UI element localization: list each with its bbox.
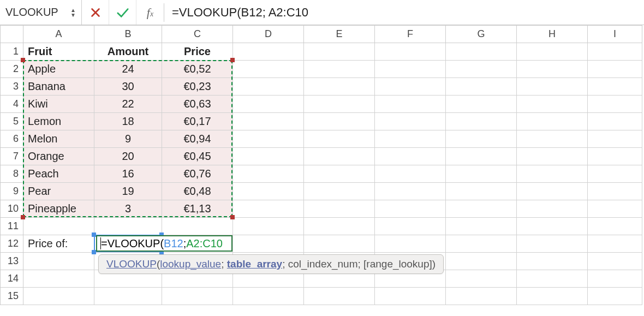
cell[interactable]: [233, 218, 304, 235]
name-box[interactable]: VLOOKUP ▲▼: [0, 0, 82, 25]
tooltip-arg-table-array[interactable]: table_array: [227, 258, 282, 270]
cancel-button[interactable]: [82, 0, 109, 25]
cell[interactable]: [233, 78, 304, 96]
row-head[interactable]: 5: [1, 113, 23, 130]
cell[interactable]: [304, 43, 375, 61]
cell[interactable]: 3: [94, 200, 162, 218]
cell[interactable]: [517, 113, 588, 130]
cell[interactable]: Pineapple: [23, 200, 94, 218]
cell[interactable]: [446, 165, 517, 183]
cell[interactable]: [588, 130, 642, 148]
cell[interactable]: [446, 235, 517, 253]
cell[interactable]: [588, 218, 642, 235]
cell[interactable]: [588, 61, 642, 78]
cell[interactable]: [588, 43, 642, 61]
cell[interactable]: [517, 288, 588, 305]
cell[interactable]: €0,45: [162, 148, 233, 165]
cell[interactable]: [304, 218, 375, 235]
cell[interactable]: [233, 200, 304, 218]
col-head-H[interactable]: H: [517, 26, 588, 43]
cell[interactable]: [233, 96, 304, 113]
cell[interactable]: [304, 165, 375, 183]
cell[interactable]: [588, 183, 642, 200]
cell[interactable]: [375, 165, 446, 183]
cell[interactable]: [588, 165, 642, 183]
cell[interactable]: [375, 200, 446, 218]
col-head-B[interactable]: B: [94, 26, 162, 43]
cell[interactable]: €0,52: [162, 61, 233, 78]
editing-cell[interactable]: =VLOOKUP( B12 ; A2:C10: [96, 235, 232, 252]
cell[interactable]: [375, 235, 446, 253]
row-head[interactable]: 2: [1, 61, 23, 78]
cell[interactable]: [588, 96, 642, 113]
cell[interactable]: [304, 96, 375, 113]
cell[interactable]: [446, 200, 517, 218]
cell[interactable]: [94, 218, 162, 235]
cell[interactable]: 20: [94, 148, 162, 165]
cell[interactable]: [162, 218, 233, 235]
cell[interactable]: [233, 183, 304, 200]
cell[interactable]: [588, 113, 642, 130]
cell[interactable]: [304, 235, 375, 253]
cell[interactable]: [446, 218, 517, 235]
cell[interactable]: [588, 270, 642, 288]
cell[interactable]: [517, 183, 588, 200]
cell[interactable]: [517, 200, 588, 218]
cell[interactable]: Apple: [23, 61, 94, 78]
cell[interactable]: [375, 61, 446, 78]
cell[interactable]: [446, 78, 517, 96]
cell[interactable]: [304, 130, 375, 148]
row-head[interactable]: 9: [1, 183, 23, 200]
col-head-C[interactable]: C: [162, 26, 233, 43]
cell[interactable]: 9: [94, 130, 162, 148]
cell[interactable]: Price of:: [23, 235, 94, 253]
row-head[interactable]: 8: [1, 165, 23, 183]
cell[interactable]: Fruit: [23, 43, 94, 61]
row-head[interactable]: 4: [1, 96, 23, 113]
cell[interactable]: [517, 130, 588, 148]
cell[interactable]: [304, 113, 375, 130]
cell[interactable]: [233, 235, 304, 253]
cell[interactable]: [517, 96, 588, 113]
cell[interactable]: [588, 200, 642, 218]
cell[interactable]: €0,76: [162, 165, 233, 183]
cell[interactable]: [517, 61, 588, 78]
cell[interactable]: [517, 270, 588, 288]
cell[interactable]: Banana: [23, 78, 94, 96]
cell[interactable]: [375, 43, 446, 61]
cell[interactable]: 18: [94, 113, 162, 130]
row-head[interactable]: 3: [1, 78, 23, 96]
cell[interactable]: Price: [162, 43, 233, 61]
cell[interactable]: [588, 235, 642, 253]
cell[interactable]: [446, 288, 517, 305]
cell[interactable]: [233, 61, 304, 78]
cell[interactable]: [446, 270, 517, 288]
cell[interactable]: [517, 78, 588, 96]
cell[interactable]: Peach: [23, 165, 94, 183]
cell[interactable]: [588, 148, 642, 165]
cell[interactable]: Pear: [23, 183, 94, 200]
cell[interactable]: [446, 96, 517, 113]
name-box-stepper[interactable]: ▲▼: [70, 8, 76, 17]
cell[interactable]: [588, 253, 642, 270]
cell[interactable]: [23, 253, 94, 270]
cell[interactable]: [588, 288, 642, 305]
cell[interactable]: [375, 130, 446, 148]
cell[interactable]: Kiwi: [23, 96, 94, 113]
cell[interactable]: €0,23: [162, 78, 233, 96]
row-head[interactable]: 11: [1, 218, 23, 235]
cell[interactable]: [233, 165, 304, 183]
cell[interactable]: [446, 148, 517, 165]
row-head[interactable]: 12: [1, 235, 23, 253]
cell[interactable]: [304, 288, 375, 305]
tooltip-fn-name[interactable]: VLOOKUP: [106, 258, 157, 270]
cell[interactable]: [446, 183, 517, 200]
cell[interactable]: [375, 183, 446, 200]
cell[interactable]: [304, 61, 375, 78]
cell[interactable]: [517, 165, 588, 183]
cell[interactable]: [233, 113, 304, 130]
cell[interactable]: [375, 288, 446, 305]
cell[interactable]: [375, 113, 446, 130]
cell[interactable]: [446, 61, 517, 78]
cell[interactable]: [517, 253, 588, 270]
